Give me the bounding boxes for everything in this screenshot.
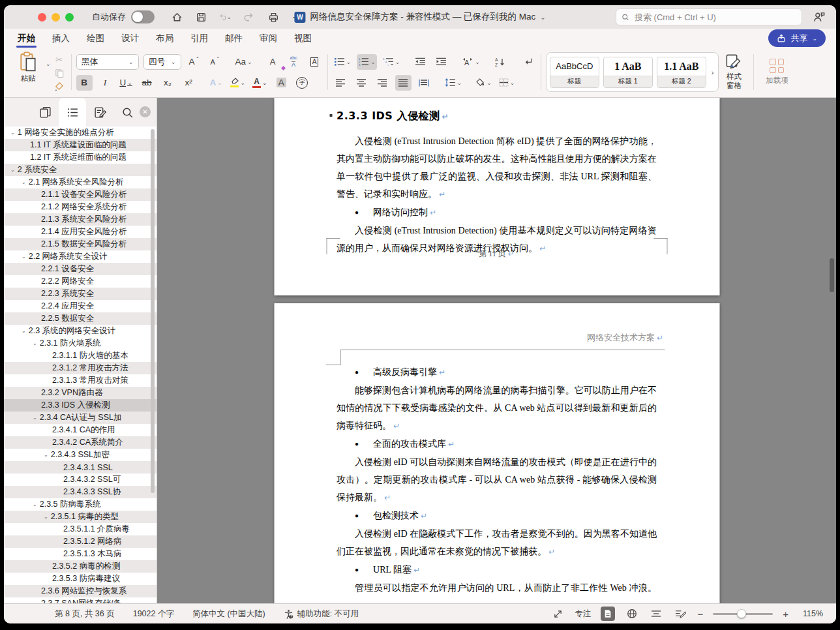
- outline-item[interactable]: 2.2.3 系统安全: [4, 288, 157, 300]
- document-scrollbar[interactable]: [830, 258, 834, 292]
- format-painter-button[interactable]: [53, 80, 65, 92]
- bullet-line[interactable]: ●全面的攻击模式库↵: [337, 435, 657, 453]
- outline-item[interactable]: 2.3.5.3 防病毒建议: [4, 573, 157, 585]
- body-paragraph[interactable]: 入侵检测 eID 在隐蔽模式下工作，攻击者是察觉不到的。因为黑客不知道他们正在被…: [337, 525, 657, 561]
- outline-item[interactable]: ⌄2.3 系统的网络安全设计: [4, 325, 157, 337]
- sort-button[interactable]: AZ: [492, 54, 509, 70]
- page-indicator[interactable]: 第 8 页, 共 36 页: [55, 608, 115, 620]
- outline-item[interactable]: 2.3.4.3.2 SSL可: [4, 473, 157, 486]
- outline-item[interactable]: ⌄2.3.4.3 SSL加密: [4, 449, 157, 461]
- outline-item[interactable]: 2.3.1.2 常用攻击方法: [4, 362, 157, 374]
- close-window-button[interactable]: [38, 13, 46, 22]
- bullet-line[interactable]: ●高级反病毒引擎↵: [337, 363, 657, 382]
- document-page-11[interactable]: 2.3.3 IDS 入侵检测↵入侵检测 (eTrust Intrusion De…: [274, 98, 719, 295]
- phonetic-guide-button[interactable]: abcA: [286, 54, 302, 70]
- superscript-button[interactable]: x²: [181, 75, 197, 91]
- paste-chevron-icon[interactable]: ⌄: [46, 61, 51, 94]
- bullets-button[interactable]: ⌄: [333, 54, 353, 70]
- outline-item[interactable]: 2.2.4 应用安全: [4, 300, 157, 312]
- document-page-12[interactable]: 网络安全技术方案↵ ●高级反病毒引擎↵能够探测包含计算机病毒的网络流量的病毒扫描…: [274, 303, 719, 604]
- word-count[interactable]: 19022 个字: [133, 608, 174, 620]
- multilevel-list-button[interactable]: 1ai⌄: [382, 54, 402, 70]
- save-button[interactable]: [194, 10, 207, 23]
- align-right-button[interactable]: [374, 75, 391, 91]
- thumbnails-tab[interactable]: [31, 98, 59, 127]
- outline-item[interactable]: 2.3.5.1.1 介质病毒: [4, 523, 157, 535]
- sidebar-scrollbar[interactable]: [151, 129, 155, 493]
- outline-item[interactable]: 2.3.4.2 CA系统简介: [4, 436, 157, 449]
- bullet-line[interactable]: ●网络访问控制↵: [337, 203, 657, 222]
- align-center-button[interactable]: [353, 75, 370, 91]
- search-tab[interactable]: [113, 98, 141, 127]
- enclose-characters-button[interactable]: 字: [294, 75, 310, 91]
- subscript-button[interactable]: x₂: [160, 75, 176, 91]
- underline-button[interactable]: U⌄: [118, 75, 134, 91]
- redo-button[interactable]: [243, 10, 256, 23]
- outline-view-button[interactable]: [649, 607, 663, 621]
- numbering-button[interactable]: 123⌄: [357, 54, 377, 70]
- autosave-toggle[interactable]: [131, 10, 155, 23]
- document-heading[interactable]: 2.3.3 IDS 入侵检测↵: [337, 110, 657, 123]
- outline-item[interactable]: ⌄2.3.5.1 病毒的类型: [4, 511, 157, 523]
- ribbon-tab[interactable]: 插入: [44, 29, 78, 48]
- draft-view-button[interactable]: [673, 607, 687, 621]
- collapse-chevron-icon[interactable]: ⌄: [10, 167, 15, 173]
- outline-item[interactable]: ⌄2.3.5 防病毒系统: [4, 498, 157, 511]
- outline-item[interactable]: 1.2 IT 系统运维面临的问题: [4, 151, 157, 164]
- ribbon-tab[interactable]: 绘图: [78, 29, 113, 48]
- collapse-chevron-icon[interactable]: ⌄: [33, 502, 37, 507]
- search-box[interactable]: [616, 8, 802, 25]
- italic-button[interactable]: I: [97, 75, 113, 91]
- outline-item[interactable]: 1.1 IT 系统建设面临的问题: [4, 139, 157, 151]
- line-spacing-button[interactable]: ⌄: [443, 75, 464, 91]
- increase-indent-button[interactable]: [433, 54, 449, 70]
- ribbon-tab[interactable]: 开始: [9, 29, 44, 48]
- outline-item[interactable]: 2.3.3 IDS 入侵检测: [4, 399, 157, 412]
- ribbon-tab[interactable]: 审阅: [251, 29, 286, 48]
- outline-item[interactable]: ⌄2.2 网络系统安全设计: [4, 250, 157, 263]
- outline-item[interactable]: 2.1.3 系统安全风险分析: [4, 213, 157, 226]
- fullscreen-button[interactable]: [550, 607, 565, 621]
- highlight-button[interactable]: ⌄: [229, 75, 247, 91]
- font-name-select[interactable]: 黑体⌄: [76, 54, 139, 70]
- collapse-chevron-icon[interactable]: ⌄: [44, 514, 48, 520]
- outline-item[interactable]: ⌄2 系统安全: [4, 164, 157, 176]
- outline-item[interactable]: 2.1.4 应用安全风险分析: [4, 226, 157, 238]
- collapse-chevron-icon[interactable]: ⌄: [22, 328, 26, 334]
- outline-item[interactable]: 2.2.5 数据安全: [4, 312, 157, 325]
- distribute-button[interactable]: [416, 75, 432, 91]
- collapse-chevron-icon[interactable]: ⌄: [33, 340, 37, 346]
- accessibility-status[interactable]: ?辅助功能: 不可用: [284, 608, 359, 620]
- language-indicator[interactable]: 简体中文 (中国大陆): [192, 608, 265, 620]
- paste-button[interactable]: 粘贴: [12, 52, 44, 94]
- zoom-in-button[interactable]: +: [783, 608, 788, 620]
- web-layout-button[interactable]: [625, 607, 639, 621]
- focus-button[interactable]: 专注: [575, 608, 591, 620]
- strikethrough-button[interactable]: ab: [139, 75, 155, 91]
- outline-tab[interactable]: [59, 98, 86, 127]
- ribbon-tab[interactable]: 邮件: [217, 29, 251, 48]
- outline-item[interactable]: 2.3.5.1.2 网络病: [4, 535, 157, 548]
- print-button[interactable]: [267, 10, 280, 23]
- add-ins-button[interactable]: 加载项: [758, 50, 795, 94]
- zoom-percentage[interactable]: 115%: [798, 609, 823, 618]
- outline-item[interactable]: 2.3.4.3.1 SSL: [4, 461, 157, 473]
- ribbon-tab[interactable]: 布局: [147, 29, 182, 48]
- bullet-line[interactable]: ●包检测技术↵: [337, 507, 657, 525]
- font-color-button[interactable]: A⌄: [251, 75, 269, 91]
- clear-formatting-button[interactable]: A: [265, 54, 281, 70]
- outline-item[interactable]: ⌄2.3.1 防火墙系统: [4, 337, 157, 350]
- justify-button[interactable]: [395, 75, 412, 91]
- character-shading-button[interactable]: A: [273, 75, 290, 91]
- outline-item[interactable]: 2.3.4.3.3 SSL协: [4, 486, 157, 498]
- cut-button[interactable]: ✂: [53, 53, 65, 65]
- search-input[interactable]: [633, 12, 796, 23]
- copy-button[interactable]: [53, 67, 65, 79]
- outline-item[interactable]: ⌄1 网络安全实施的难点分析: [4, 127, 157, 139]
- home-button[interactable]: [170, 10, 183, 23]
- outline-item[interactable]: 2.3.6 网站监控与恢复系: [4, 585, 157, 597]
- text-effects-button[interactable]: A⌄: [208, 75, 224, 91]
- zoom-out-button[interactable]: −: [697, 608, 703, 620]
- ribbon-tab[interactable]: 引用: [182, 29, 217, 48]
- change-case-button[interactable]: Aa⌄: [234, 54, 254, 70]
